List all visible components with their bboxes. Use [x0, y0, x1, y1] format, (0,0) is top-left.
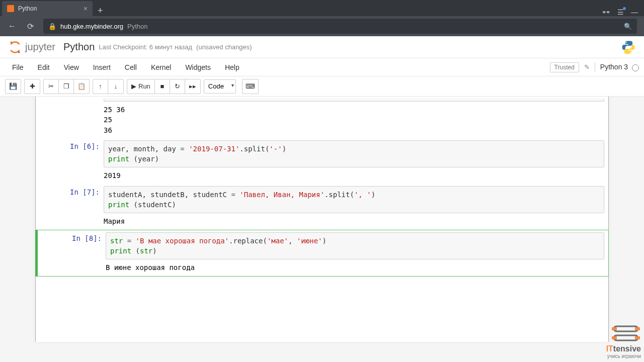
notebook-name[interactable]: Python [63, 41, 95, 53]
cut-button[interactable]: ✂ [44, 79, 59, 94]
python-logo-icon [621, 40, 636, 55]
minimize-icon[interactable]: — [631, 8, 638, 16]
jupyter-logo-text: jupyter [25, 41, 55, 53]
checkpoint-status: Last Checkpoint: 6 минут назад [99, 43, 192, 51]
cell-output: 2019 [104, 167, 125, 182]
url-path: Python [127, 23, 147, 30]
notebook-container: 25 36 25 36In [6]:year, month, day = '20… [35, 97, 609, 342]
code-input[interactable]: str = 'В мае хорошая погода'.replace('ма… [106, 232, 604, 260]
svg-point-1 [18, 51, 20, 53]
lock-icon: 🔒 [48, 23, 56, 30]
notebook-cell[interactable]: In [7]:studentA, stundetB, studentC = 'П… [36, 184, 608, 230]
restart-run-all-button[interactable]: ▸▸ [185, 79, 200, 94]
notebook-cell[interactable]: 25 36 25 36 [36, 97, 608, 138]
menu-file[interactable]: File [5, 60, 31, 74]
svg-rect-7 [635, 336, 640, 339]
notebook-scroll-area[interactable]: 25 36 25 36In [6]:year, month, day = '20… [0, 97, 644, 362]
svg-rect-5 [614, 335, 638, 340]
jupyter-header: jupyter Python Last Checkpoint: 6 минут … [0, 36, 644, 58]
menu-insert[interactable]: Insert [86, 60, 118, 74]
browser-tab-bar: Python × + 👓 ☰ — [0, 0, 644, 16]
reload-button[interactable]: ⟳ [22, 18, 38, 34]
jupyter-favicon [7, 5, 14, 12]
menu-view[interactable]: View [57, 60, 86, 74]
cell-type-select[interactable]: Code [204, 79, 236, 94]
kernel-idle-icon [632, 64, 639, 71]
jupyter-logo[interactable]: jupyter [8, 40, 55, 54]
menu-help[interactable]: Help [218, 60, 247, 74]
browser-nav-bar: ← ⟳ 🔒 hub.gke.mybinder.org Python 🔍 [0, 16, 644, 36]
menu-bar: FileEditViewInsertCellKernelWidgetsHelp … [0, 58, 644, 76]
notebook-cell[interactable]: In [8]:str = 'В мае хорошая погода'.repl… [35, 230, 609, 277]
svg-rect-8 [612, 327, 617, 330]
cell-prompt: In [6]: [36, 140, 104, 168]
code-input[interactable]: studentA, stundetB, studentC = 'Павел, И… [104, 186, 604, 214]
tab-title: Python [18, 5, 37, 12]
cell-output: В июне хорошая погода [106, 259, 199, 274]
unsaved-status: (unsaved changes) [196, 43, 252, 51]
url-host: hub.gke.mybinder.org [60, 23, 123, 30]
code-input[interactable]: year, month, day = '2019-07-31'.split('-… [104, 140, 604, 168]
new-tab-button[interactable]: + [93, 6, 108, 16]
browser-tab[interactable]: Python × [2, 1, 93, 16]
interrupt-button[interactable]: ■ [155, 79, 170, 94]
restart-button[interactable]: ↻ [170, 79, 185, 94]
search-in-page-icon[interactable]: 🔍 [624, 23, 632, 30]
menu-kernel[interactable]: Kernel [144, 60, 178, 74]
cell-output: Мария [104, 213, 129, 227]
menu-edit[interactable]: Edit [31, 60, 57, 74]
paste-button[interactable]: 📋 [74, 79, 89, 94]
move-up-button[interactable]: ↑ [93, 79, 108, 94]
menu-cell[interactable]: Cell [118, 60, 144, 74]
svg-rect-6 [635, 327, 640, 330]
move-down-button[interactable]: ↓ [108, 79, 123, 94]
menu-widgets[interactable]: Widgets [178, 60, 218, 74]
browser-menu-icon[interactable]: ☰ [617, 8, 624, 16]
svg-point-2 [626, 42, 627, 43]
toolbar: 💾 ✚ ✂ ❐ 📋 ↑ ↓ ▶ Run ■ ↻ ▸▸ Code ⌨ [0, 76, 644, 97]
jupyter-logo-icon [8, 40, 22, 54]
code-input[interactable] [104, 99, 604, 102]
save-button[interactable]: 💾 [6, 79, 21, 94]
svg-point-3 [630, 51, 631, 52]
cell-prompt: In [8]: [38, 232, 106, 260]
command-palette-button[interactable]: ⌨ [243, 79, 258, 94]
trusted-badge[interactable]: Trusted [550, 62, 579, 72]
close-tab-icon[interactable]: × [84, 5, 88, 13]
back-button[interactable]: ← [4, 18, 20, 34]
cell-prompt [36, 99, 104, 102]
run-button[interactable]: ▶ Run [127, 79, 155, 94]
notebook-cell[interactable]: In [6]:year, month, day = '2019-07-31'.s… [36, 138, 608, 184]
reader-mode-icon[interactable]: 👓 [602, 8, 610, 16]
svg-rect-9 [612, 336, 617, 339]
edit-icon[interactable]: ✎ [584, 63, 590, 71]
cell-prompt: In [7]: [36, 186, 104, 214]
url-bar[interactable]: 🔒 hub.gke.mybinder.org Python 🔍 [43, 19, 637, 34]
copy-button[interactable]: ❐ [59, 79, 74, 94]
watermark-logo: ITtensive учись играючи [606, 324, 641, 359]
cell-output: 25 36 25 36 [104, 102, 129, 136]
svg-rect-4 [614, 326, 638, 331]
kernel-indicator[interactable]: Python 3 [595, 63, 639, 71]
insert-cell-button[interactable]: ✚ [25, 79, 40, 94]
